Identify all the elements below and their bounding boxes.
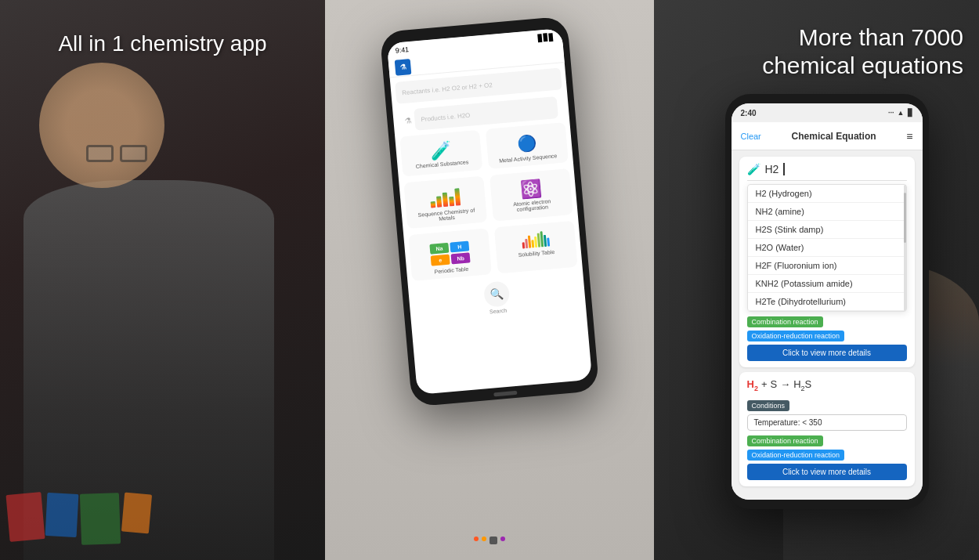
tag-combination-2: Combination reaction — [747, 435, 823, 446]
phone-screen-right: 2:40 ··· ▲ ▊ Clear Chemical Equation ≡ 🧪 — [732, 103, 923, 500]
right-panel: More than 7000 chemical equations 2:40 ·… — [654, 0, 979, 560]
dropdown-item-5[interactable]: KNH2 (Potassium amide) — [748, 275, 906, 293]
grid-item-substances[interactable]: 🧪 Chemical Substances — [399, 130, 482, 177]
search-text: H2 — [765, 163, 779, 175]
phone-screen-middle: 9:41 ▊▊▊ ⚗ Reactants i.e. H2 O2 or H2 + … — [387, 28, 592, 395]
products-placeholder: Products i.e. H2O — [421, 111, 471, 122]
eq-h2s: H2S — [793, 378, 811, 392]
phone-mockup-right: 2:40 ··· ▲ ▊ Clear Chemical Equation ≡ 🧪 — [725, 94, 929, 509]
search-flask-icon: 🧪 — [747, 163, 760, 175]
student-face — [39, 63, 164, 188]
middle-logo-text: ⚗ — [399, 63, 406, 71]
solubility-icon — [500, 229, 571, 251]
grid-label-chemistry: Sequence Chemistry of Metals — [411, 207, 482, 224]
dropdown-item-6[interactable]: H2Te (Dihydrotellurium) — [748, 293, 906, 311]
grid-item-chemistry[interactable]: Sequence Chemistry of Metals — [403, 176, 487, 229]
flask-icon-middle: ⚗ — [404, 116, 412, 125]
tags-row-2: Combination reaction Oxidation-reduction… — [747, 435, 907, 461]
right-panel-title: More than 7000 chemical equations — [728, 23, 963, 80]
text-cursor — [783, 163, 785, 175]
reactants-placeholder: Reactants i.e. H2 O2 or H2 + O2 — [402, 81, 493, 96]
menu-icon[interactable]: ≡ — [906, 130, 912, 143]
tag-combination-1: Combination reaction — [747, 316, 823, 327]
bottom-dots — [474, 537, 505, 544]
molecule-icon: 🔵 — [491, 131, 563, 156]
e-box: e — [431, 255, 450, 266]
tag-oxidation-2: Oxidation-reduction reaction — [747, 450, 845, 461]
left-panel-title: All in 1 chemistry app — [0, 31, 325, 56]
wifi-icon: ▲ — [898, 109, 905, 117]
dropdown-scrollbar[interactable] — [904, 185, 906, 311]
grid-item-metal[interactable]: 🔵 Metal Activity Sequence — [486, 122, 569, 169]
na-box: Na — [429, 243, 449, 255]
tags-row-1: Combination reaction Oxidation-reduction… — [747, 316, 907, 341]
dropdown-item-0[interactable]: H2 (Hydrogen) — [748, 185, 906, 203]
conditions-value: Temperature: < 350 — [747, 414, 907, 431]
scrollbar-thumb — [904, 193, 906, 243]
dropdown-item-3[interactable]: H2O (Water) — [748, 239, 906, 257]
dots-icon: ··· — [888, 109, 894, 117]
atom-icon: ⚛️ — [519, 179, 542, 201]
phone-home-bar — [493, 391, 517, 397]
dropdown-item-4[interactable]: H2F (Fluoronium ion) — [748, 257, 906, 275]
grid-label-periodic: Periodic Table — [416, 265, 486, 276]
books — [8, 493, 150, 544]
eq-arrow: → — [780, 378, 790, 390]
right-content: 🧪 H2 H2 (Hydrogen) NH2 (amine) H2S (Stin… — [732, 150, 923, 500]
clear-button[interactable]: Clear — [741, 132, 761, 141]
conditions-label: Conditions — [747, 400, 790, 411]
view-more-btn-1[interactable]: Click to view more details — [747, 345, 907, 361]
nav-title: Chemical Equation — [792, 131, 876, 142]
bars-icon — [409, 184, 481, 210]
eq-h2s-sub: 2 — [801, 385, 805, 392]
right-nav-bar: Clear Chemical Equation ≡ — [732, 122, 923, 150]
dropdown-list: H2 (Hydrogen) NH2 (amine) H2S (Stink dam… — [747, 184, 907, 312]
glasses — [86, 145, 147, 162]
middle-logo: ⚗ — [395, 59, 412, 76]
phone-mockup-middle: 9:41 ▊▊▊ ⚗ Reactants i.e. H2 O2 or H2 + … — [380, 16, 600, 406]
grid-item-atomic[interactable]: ⚛️ Atomic electron configuration — [490, 168, 573, 222]
dropdown-item-2[interactable]: H2S (Stink damp) — [748, 221, 906, 239]
grid-label-atomic: Atomic electron configuration — [497, 197, 568, 214]
grid-item-periodic[interactable]: Na H e Nb Periodic Table — [408, 228, 492, 281]
eq-h2-sub: 2 — [754, 385, 758, 392]
eq-plus: + — [761, 378, 768, 390]
periodic-icon: Na H e Nb — [429, 240, 470, 266]
right-status-icons: ··· ▲ ▊ — [888, 109, 912, 117]
equation-display: H2 + S → H2S — [747, 378, 907, 392]
eq-s: S — [771, 378, 778, 390]
view-more-btn-2[interactable]: Click to view more details — [747, 464, 907, 480]
tag-oxidation-1: Oxidation-reduction reaction — [747, 331, 845, 341]
search-round-btn[interactable]: 🔍 — [483, 280, 511, 308]
right-time: 2:40 — [741, 109, 757, 117]
phone-grid: 🧪 Chemical Substances 🔵 Metal Activity S… — [395, 122, 583, 287]
h-box: H — [450, 240, 469, 252]
nb-box: Nb — [451, 252, 471, 264]
dropdown-item-1[interactable]: NH2 (amine) — [748, 203, 906, 221]
search-input-row: 🧪 H2 — [747, 163, 907, 181]
grid-item-solubility[interactable]: Solubility Table — [494, 221, 578, 274]
eq-h2: H2 — [747, 378, 758, 392]
equation-card: H2 + S → H2S Conditions Temperature: < 3… — [739, 372, 915, 486]
right-status-bar: 2:40 ··· ▲ ▊ — [732, 103, 923, 122]
middle-panel: 9:41 ▊▊▊ ⚗ Reactants i.e. H2 O2 or H2 + … — [325, 0, 654, 560]
middle-time: 9:41 — [395, 45, 409, 54]
left-panel: All in 1 chemistry app — [0, 0, 325, 560]
search-card: 🧪 H2 H2 (Hydrogen) NH2 (amine) H2S (Stin… — [739, 157, 915, 367]
middle-status-icons: ▊▊▊ — [538, 33, 555, 42]
battery-icon: ▊ — [908, 109, 913, 117]
